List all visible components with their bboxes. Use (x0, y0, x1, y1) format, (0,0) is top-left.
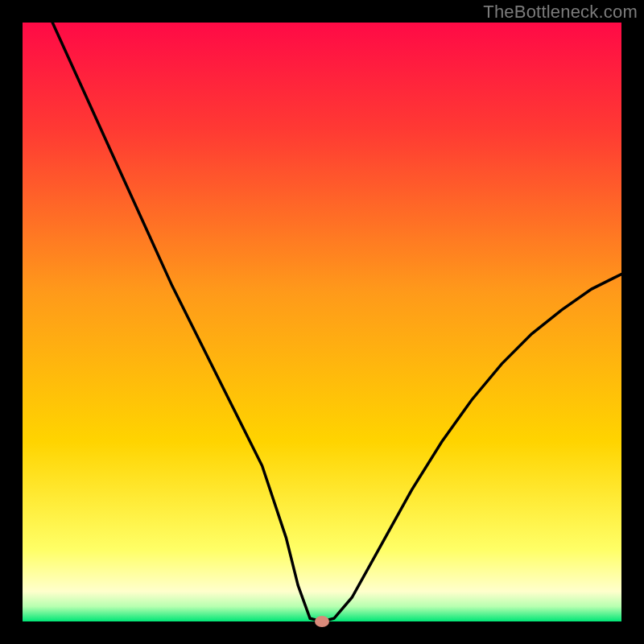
chart-stage: TheBottleneck.com (0, 0, 644, 644)
watermark-text: TheBottleneck.com (483, 2, 638, 23)
bottleneck-chart (0, 0, 644, 644)
gradient-background (23, 23, 621, 621)
minimum-marker (315, 616, 329, 627)
